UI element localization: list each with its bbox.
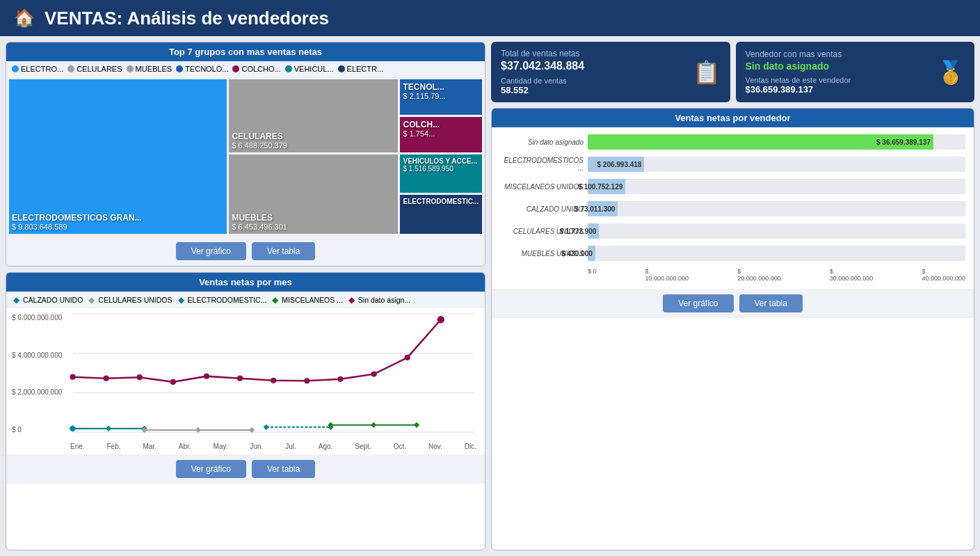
y-label: $ 2.000.000.000 xyxy=(12,388,62,396)
bar-row-miscelaneos: MISCELANEOS UNIDOS $ 100.752.129 xyxy=(500,179,965,194)
right-column: Total de ventas netas $37.042.348.884 Ca… xyxy=(491,42,974,550)
legend-item: CELULARES xyxy=(67,65,122,73)
bar-track: $ 36.659.389.137 xyxy=(588,134,965,150)
stat-card-text-left: Total de ventas netas $37.042.348.884 Ca… xyxy=(501,49,584,95)
legend-dot-vehicul xyxy=(285,65,292,72)
x-label: Mar. xyxy=(143,443,156,450)
legend-label: ELECTR... xyxy=(347,65,384,73)
legend-item: ◆ Sin dato asign... xyxy=(348,295,410,305)
bar-track: $ 73.011.300 xyxy=(588,201,965,216)
x-label: Oct. xyxy=(394,443,406,450)
bar-row-sin-dato: Sin dato asignado $ 36.659.389.137 xyxy=(500,134,965,150)
bar-fill: $ 1.772.900 xyxy=(588,223,599,239)
legend-item: COLCHO... xyxy=(232,65,280,73)
top7-legend: ELECTRO... CELULARES MUEBLES TECNOLO... … xyxy=(6,61,485,77)
bar-value: $ 430.000 xyxy=(559,250,593,257)
svg-marker-19 xyxy=(106,426,111,431)
svg-marker-30 xyxy=(371,422,376,428)
bar-value: $ 1.772.900 xyxy=(556,228,596,235)
diamond-icon: ◆ xyxy=(348,295,355,305)
total-ventas-value: $37.042.348.884 xyxy=(501,60,584,72)
legend-item: ◆ CELULARES UNIDOS xyxy=(88,295,172,305)
tm-cell-electro-gran[interactable]: ELECTRODOMESTICOS GRAN... $ 9.803.648.58… xyxy=(9,79,227,234)
legend-label: CELULARES UNIDOS xyxy=(98,296,172,304)
monthly-ver-grafico-button[interactable]: Ver gráfico xyxy=(176,460,246,478)
x-label: $10.000.000.000 xyxy=(645,268,689,282)
tm-cell-tecnolo[interactable]: TECNOL... $ 2.115.79... xyxy=(400,79,482,115)
x-label: Jun. xyxy=(250,443,263,450)
report-icon: 📋 xyxy=(693,59,721,86)
monthly-buttons: Ver gráfico Ver tabla xyxy=(6,454,485,484)
bar-fill: $ 100.752.129 xyxy=(588,179,625,194)
top7-panel: Top 7 grupos con mas ventas netas ELECTR… xyxy=(6,42,485,267)
x-label: Jul. xyxy=(285,443,296,450)
legend-label: VEHICUL... xyxy=(294,65,334,73)
legend-label: CALZADO UNIDO xyxy=(23,296,83,304)
diamond-icon: ◆ xyxy=(88,295,95,305)
bar-value: $ 206.993.418 xyxy=(597,161,641,168)
top7-buttons: Ver gráfico Ver tabla xyxy=(6,237,485,266)
svg-marker-26 xyxy=(264,424,269,430)
cantidad-ventas-title: Cantidad de ventas xyxy=(501,77,584,85)
x-label: Nov. xyxy=(428,443,442,450)
bar-chart-area: Sin dato asignado $ 36.659.389.137 ELECT… xyxy=(492,127,974,289)
tm-cell-celulares[interactable]: CELULARES $ 6.488.250.379 xyxy=(229,79,398,152)
svg-point-15 xyxy=(437,316,444,323)
bar-track: $ 1.772.900 xyxy=(588,223,965,239)
x-label: Abr. xyxy=(179,443,191,450)
vendedor-buttons: Ver gráfico Ver tabla xyxy=(492,289,974,318)
bar-value: $ 100.752.129 xyxy=(578,183,622,191)
x-label: Dic. xyxy=(465,443,476,450)
page-title: VENTAS: Análisis de vendedores xyxy=(45,8,329,29)
svg-point-4 xyxy=(70,374,75,380)
legend-label: Sin dato asign... xyxy=(358,296,410,304)
bar-value: $ 73.011.300 xyxy=(575,205,615,213)
line-chart-svg xyxy=(70,314,476,432)
stat-card-text-right: Vendedor con mas ventas Sin dato asignad… xyxy=(746,49,851,95)
tm-cell-vehiculos[interactable]: VEHICULOS Y ACCE... $ 1.516.589.950 xyxy=(400,154,482,193)
legend-label: TECNOLO... xyxy=(185,65,228,73)
vendedor-ver-grafico-button[interactable]: Ver gráfico xyxy=(663,294,733,312)
legend-item: ◆ CALZADO UNIDO xyxy=(13,295,83,305)
tm-label: ELECTRODOMESTIC... xyxy=(403,198,479,205)
tm-cell-electro-small[interactable]: ELECTRODOMESTIC... xyxy=(400,195,482,234)
legend-dot-electro xyxy=(12,65,19,72)
bar-row-muebles: MUEBLES UNIDOS $ 430.000 xyxy=(500,246,965,261)
diamond-icon: ◆ xyxy=(13,295,19,305)
tm-label: VEHICULOS Y ACCE... xyxy=(403,157,479,165)
tm-value: $ 1.754... xyxy=(403,129,479,138)
tm-top-row: CELULARES $ 6.488.250.379 TECNOL... $ 2.… xyxy=(229,79,482,152)
main-content: Top 7 grupos con mas ventas netas ELECTR… xyxy=(0,36,980,556)
x-axis-labels: Ene. Feb. Mar. Abr. May. Jun. Jul. Ago. … xyxy=(70,443,476,452)
x-label: $20.000.000.000 xyxy=(737,268,781,282)
left-column: Top 7 grupos con mas ventas netas ELECTR… xyxy=(6,42,485,550)
stats-row: Total de ventas netas $37.042.348.884 Ca… xyxy=(491,42,974,102)
bar-label: ELECTRODOMESTICOS ... xyxy=(500,157,584,172)
svg-point-14 xyxy=(405,355,410,360)
legend-item: TECNOLO... xyxy=(176,65,228,73)
top7-title: Top 7 grupos con mas ventas netas xyxy=(6,42,485,61)
vendedor-mas-value: Sin dato asignado xyxy=(746,61,851,72)
tm-cell-muebles[interactable]: MUEBLES $ 6.453.496.301 xyxy=(229,154,398,234)
x-label: Feb. xyxy=(107,443,121,450)
svg-point-10 xyxy=(271,378,276,383)
bar-label: Sin dato asignado xyxy=(500,138,584,146)
top7-ver-tabla-button[interactable]: Ver tabla xyxy=(252,242,315,260)
ventas-vendedor-value: $36.659.389.137 xyxy=(746,84,851,95)
vendedor-ver-tabla-button[interactable]: Ver tabla xyxy=(739,294,803,312)
bar-track: $ 206.993.418 xyxy=(588,157,965,172)
legend-dot-muebles xyxy=(127,65,134,72)
vendedor-title: Ventas netas por vendedor xyxy=(492,109,974,127)
svg-point-6 xyxy=(137,374,143,380)
bar-row-calzado: CALZADO UNIDO $ 73.011.300 xyxy=(500,201,965,216)
tm-label: COLCH... xyxy=(403,120,479,129)
cantidad-ventas-value: 58.552 xyxy=(501,85,584,95)
title-bold: VENTAS: xyxy=(45,8,122,29)
home-icon[interactable]: 🏠 xyxy=(14,8,35,28)
top7-ver-grafico-button[interactable]: Ver gráfico xyxy=(176,242,246,260)
title-italic: Análisis de vendedores xyxy=(122,8,329,29)
tm-cell-colcho[interactable]: COLCH... $ 1.754... xyxy=(400,117,482,152)
x-label: May. xyxy=(214,443,228,450)
x-label: Sept. xyxy=(355,443,371,450)
monthly-ver-tabla-button[interactable]: Ver tabla xyxy=(252,460,315,478)
